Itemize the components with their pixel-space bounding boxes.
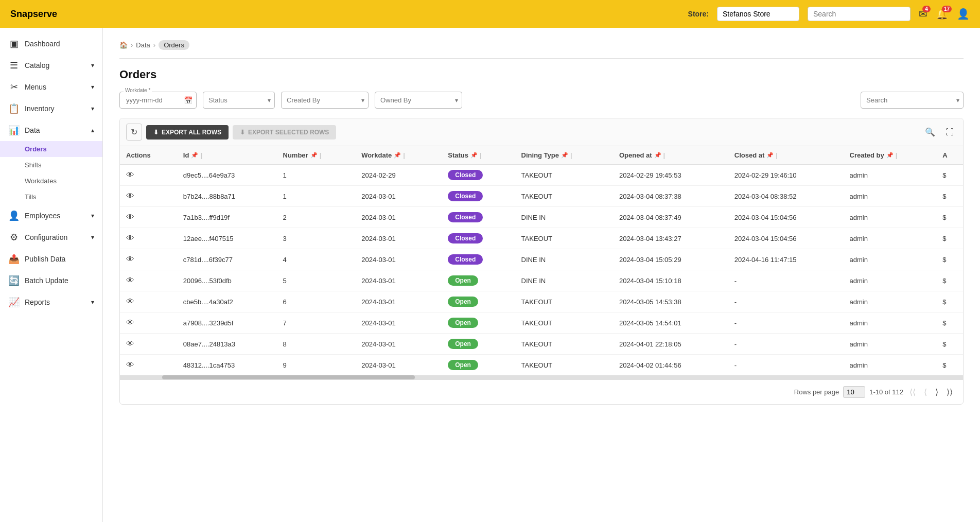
pin-icon[interactable]: 📌	[561, 152, 568, 159]
number-cell: 7	[277, 312, 356, 334]
view-button[interactable]: 👁	[126, 192, 134, 201]
topnav: Snapserve Store: ✉ 4 🔔 17 👤	[0, 0, 980, 28]
chevron-up-icon: ▴	[91, 127, 94, 134]
view-button[interactable]: 👁	[126, 255, 134, 264]
calendar-icon[interactable]: 📅	[184, 96, 192, 105]
sidebar-item-reports[interactable]: 📈 Reports ▾	[0, 291, 102, 313]
search-input[interactable]	[861, 92, 964, 109]
pin-icon[interactable]: 📌	[470, 152, 478, 159]
pin-icon[interactable]: 📌	[191, 152, 198, 159]
sidebar-item-publish-data[interactable]: 📤 Publish Data	[0, 248, 102, 270]
status-select[interactable]: Status Open Closed	[203, 92, 275, 109]
pin-icon[interactable]: 📌	[310, 152, 318, 159]
pin-icon[interactable]: 📌	[886, 152, 894, 159]
status-badge: Open	[448, 318, 478, 328]
status-badge: Open	[448, 339, 478, 349]
status-cell: Open	[442, 291, 515, 312]
pin-icon[interactable]: 📌	[766, 152, 774, 159]
view-button[interactable]: 👁	[126, 318, 134, 327]
col-workdate: Workdate 📌 |	[355, 146, 442, 165]
id-cell: d9ec5....64e9a73	[177, 165, 277, 186]
user-avatar-button[interactable]: 👤	[957, 8, 970, 20]
home-icon[interactable]: 🏠	[119, 41, 128, 49]
sidebar-sub-item-label: Workdates	[25, 177, 57, 185]
catalog-icon: ☰	[8, 60, 20, 71]
notif-badge: 17	[942, 6, 952, 12]
search-filter: ▾	[861, 92, 964, 109]
created-by-select[interactable]: Created By	[281, 92, 369, 109]
resize-icon: |	[480, 151, 482, 159]
created-by-cell: admin	[844, 249, 937, 270]
sidebar: ▣ Dashboard ☰ Catalog ▾ ✂ Menus ▾ 📋 Inve…	[0, 28, 103, 522]
dining-type-cell: DINE IN	[515, 270, 613, 291]
next-page-button[interactable]: ⟩	[933, 386, 940, 398]
sidebar-item-employees[interactable]: 👤 Employees ▾	[0, 205, 102, 227]
rows-per-page-select[interactable]: 10 25 50	[843, 386, 865, 398]
export-all-button[interactable]: ⬇ EXPORT ALL ROWS	[146, 125, 229, 140]
workdate-cell: 2024-03-01	[355, 207, 442, 228]
workdate-label: Workdate *	[124, 88, 152, 93]
page-range: 1-10 of 112	[869, 388, 903, 396]
sidebar-item-batch-update[interactable]: 🔄 Batch Update	[0, 270, 102, 291]
view-button[interactable]: 👁	[126, 234, 134, 243]
opened-at-cell: 2024-03-04 13:43:27	[613, 228, 728, 249]
refresh-button[interactable]: ↻	[126, 124, 142, 141]
notifications-button[interactable]: 🔔 17	[936, 8, 949, 20]
download-icon: ⬇	[153, 129, 159, 136]
created-by-cell: admin	[844, 186, 937, 207]
sidebar-sub-item-orders[interactable]: Orders	[0, 141, 102, 157]
table-row: 👁 7a1b3....ff9d19f 2 2024-03-01 Closed D…	[120, 207, 963, 228]
owned-by-select[interactable]: Owned By	[375, 92, 462, 109]
table-header-row: Actions Id 📌 | Number 📌 | Workdate 📌 | S…	[120, 146, 963, 165]
workdate-cell: 2024-03-01	[355, 249, 442, 270]
view-button[interactable]: 👁	[126, 339, 134, 349]
sidebar-item-configuration[interactable]: ⚙ Configuration ▾	[0, 227, 102, 248]
employees-icon: 👤	[8, 210, 20, 221]
sidebar-sub-item-label: Orders	[25, 145, 47, 153]
action-cell: 👁	[120, 312, 177, 334]
mail-button[interactable]: ✉ 4	[919, 8, 927, 20]
sidebar-sub-item-label: Shifts	[25, 161, 42, 169]
sidebar-item-inventory[interactable]: 📋 Inventory ▾	[0, 98, 102, 119]
sidebar-item-menus[interactable]: ✂ Menus ▾	[0, 76, 102, 98]
export-selected-button[interactable]: ⬇ EXPORT SELECTED ROWS	[233, 125, 336, 140]
sidebar-sub-item-workdates[interactable]: Workdates	[0, 173, 102, 189]
breadcrumb-current: Orders	[159, 40, 189, 50]
status-cell: Open	[442, 334, 515, 355]
dining-type-cell: DINE IN	[515, 249, 613, 270]
sidebar-sub-item-tills[interactable]: Tills	[0, 189, 102, 205]
pin-icon[interactable]: 📌	[394, 152, 401, 159]
topnav-search-input[interactable]	[808, 7, 911, 21]
breadcrumb-data[interactable]: Data	[136, 41, 150, 49]
sidebar-item-label: Dashboard	[25, 40, 60, 48]
prev-page-button[interactable]: ⟨	[922, 386, 929, 398]
view-button[interactable]: 👁	[126, 297, 134, 306]
store-input[interactable]	[717, 7, 799, 21]
action-cell: 👁	[120, 355, 177, 376]
pin-icon[interactable]: 📌	[654, 152, 661, 159]
batch-icon: 🔄	[8, 275, 20, 286]
view-button[interactable]: 👁	[126, 213, 134, 222]
first-page-button[interactable]: ⟨⟨	[907, 386, 918, 398]
view-button[interactable]: 👁	[126, 276, 134, 285]
resize-icon: |	[403, 151, 405, 159]
last-page-button[interactable]: ⟩⟩	[944, 386, 955, 398]
search-table-button[interactable]: 🔍	[922, 125, 938, 139]
sidebar-item-dashboard[interactable]: ▣ Dashboard	[0, 33, 102, 55]
sidebar-item-label: Batch Update	[25, 276, 68, 285]
id-cell: c781d....6f39c77	[177, 249, 277, 270]
opened-at-cell: 2024-03-04 08:37:38	[613, 186, 728, 207]
closed-at-cell: 2024-03-04 15:04:56	[728, 207, 844, 228]
status-badge: Open	[448, 297, 478, 307]
horizontal-scrollbar[interactable]	[120, 375, 963, 379]
extra-cell: $	[936, 270, 963, 291]
fullscreen-button[interactable]: ⛶	[942, 126, 957, 139]
status-badge: Closed	[448, 191, 483, 201]
sidebar-item-data[interactable]: 📊 Data ▴	[0, 119, 102, 141]
mail-badge: 4	[922, 6, 931, 12]
view-button[interactable]: 👁	[126, 170, 134, 180]
sidebar-sub-item-shifts[interactable]: Shifts	[0, 157, 102, 173]
id-cell: 48312....1ca4753	[177, 355, 277, 376]
view-button[interactable]: 👁	[126, 360, 134, 370]
sidebar-item-catalog[interactable]: ☰ Catalog ▾	[0, 55, 102, 76]
